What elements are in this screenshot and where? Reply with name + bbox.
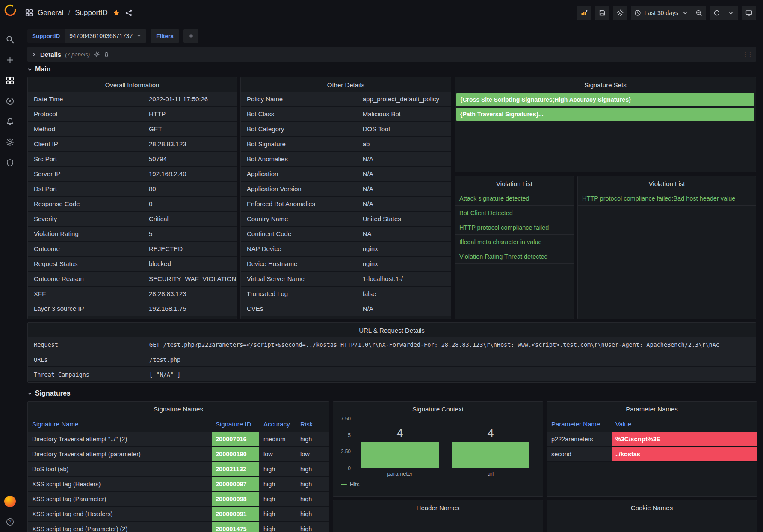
table-row: XSS script tag end (Headers) 200000091 h… [28,507,329,522]
row-value: false [363,290,451,297]
panel-title: Parameter Names [547,402,757,416]
refresh-button[interactable] [710,6,724,20]
row-label: Bot Signature [241,140,363,148]
list-item: Violation Rating Threat detected [455,249,574,264]
signatures-section-label: Signatures [35,390,71,397]
column-header-signature-name[interactable]: Signature Name [28,420,212,428]
details-row-toggle[interactable]: Details (7 panels) ⋮⋮ [27,47,756,62]
explore-compass-icon[interactable] [0,91,20,111]
column-header-accuracy[interactable]: Accuracy [259,420,296,428]
table-row: Bot Class Malicious Bot [241,107,451,122]
row-label: Outcome Reason [28,275,149,282]
alerting-bell-icon[interactable] [0,111,20,132]
details-row-panel-count: (7 panels) [65,51,90,58]
create-plus-icon[interactable] [0,50,20,70]
table-row: Request GET /test.php?p222arameters=</sc… [28,337,756,352]
dashboard-canvas: Details (7 panels) ⋮⋮ Main Overall Infor… [20,46,763,532]
row-value: 192.168.2.40 [149,170,237,177]
panel-title: Violation List [455,176,574,191]
row-label: Policy Name [241,95,363,103]
column-header-signature-id[interactable]: Signature ID [212,420,259,428]
hits-bar-url[interactable] [452,442,529,468]
accuracy-cell: high [259,477,296,491]
row-value: 1-localhost:1-/ [363,275,451,282]
time-range-picker[interactable]: Last 30 days [631,6,692,20]
violation-link[interactable]: HTTP protocol compliance failed:Bad host… [582,195,735,202]
violation-link[interactable]: HTTP protocol compliance failed [459,224,549,231]
table-row: Country Name United States [241,212,451,227]
violation-link[interactable]: Bot Client Detected [459,210,513,216]
violation-link[interactable]: Attack signature detected [459,195,529,202]
violation-link[interactable]: Illegal meta character in value [459,239,542,245]
configuration-gear-icon[interactable] [0,132,20,152]
favorite-star-icon[interactable] [112,9,120,17]
row-label: Violation Rating [28,230,149,237]
save-dashboard-button[interactable] [595,6,609,20]
row-label: Enforced Bot Anomalies [241,200,363,207]
row-value: [ "N/A" ] [149,371,756,378]
column-header-risk[interactable]: Risk [296,420,329,428]
legend-label: Hits [350,481,359,488]
parameter-name-cell: second [547,447,612,461]
refresh-interval-dropdown[interactable] [724,6,738,20]
row-value: nginx [363,245,451,252]
filters-button[interactable]: Filters [151,29,179,43]
panel-title: URL & Request Details [28,323,756,337]
overall-info-table: Date Time 2022-01-11 17:50:26 Protocol H… [28,92,237,316]
gear-icon [617,9,624,16]
zoom-out-icon [695,9,702,16]
row-value: Critical [149,215,237,222]
table-row: Date Time 2022-01-11 17:50:26 [28,92,237,107]
table-row: XFF 28.28.83.123 [28,287,237,301]
cycle-view-mode-button[interactable] [742,6,756,20]
row-delete-trash-icon[interactable] [104,51,109,57]
signature-id-cell: 200000098 [212,492,259,506]
row-label: Response Code [28,200,149,207]
violation-link[interactable]: Violation Rating Threat detected [459,253,548,260]
row-value: SECURITY_WAF_VIOLATION [149,275,237,282]
row-settings-gear-icon[interactable] [94,51,100,57]
share-icon[interactable] [125,9,133,17]
table-row: Protocol HTTP [28,107,237,122]
table-row: second ../kostas [547,447,757,462]
panel-title: Header Names [333,500,543,515]
add-filter-button[interactable] [183,29,198,43]
dashboards-grid-icon[interactable] [0,70,20,91]
user-avatar[interactable] [0,491,20,511]
breadcrumb-dashboard-title[interactable]: SupportID [75,9,108,17]
grafana-logo[interactable] [3,3,17,17]
signature-set-bar[interactable]: {Cross Site Scripting Signatures;High Ac… [456,93,754,106]
risk-cell: high [296,522,329,532]
table-row: CVEs N/A [241,301,451,316]
main-section-toggle[interactable]: Main [27,63,756,76]
row-value: 0 [149,200,237,207]
help-icon[interactable]: ? [0,511,20,532]
column-header-value[interactable]: Value [612,420,757,428]
breadcrumb-folder[interactable]: General [38,9,63,17]
row-label: XFF [28,290,149,297]
column-header-parameter-name[interactable]: Parameter Name [547,420,612,428]
signature-set-bar[interactable]: {Path Traversal Signatures}... [456,108,754,121]
variable-value-dropdown[interactable]: 9470643610636871737 [65,29,146,43]
signatures-section-toggle[interactable]: Signatures [27,387,756,400]
zoom-out-time-button[interactable] [692,6,706,20]
server-admin-shield-icon[interactable] [0,152,20,173]
chevron-right-icon [32,52,36,57]
sidebar: ? [0,0,20,532]
signature-set-text: {Path Traversal Signatures}... [460,111,544,118]
table-row: XSS script tag (Parameter) 200000098 hig… [28,492,329,507]
x-axis-label: url [445,470,536,477]
add-panel-button[interactable] [577,6,591,20]
drag-handle[interactable]: ⋮⋮ [742,51,752,58]
chart-legend-hits[interactable]: Hits [341,481,543,488]
table-row: Severity Critical [28,212,237,227]
hits-bar-parameter[interactable] [361,442,439,468]
signature-names-panel: Signature Names Signature Name Signature… [27,401,329,532]
search-icon[interactable] [0,29,20,50]
x-axis-labels: parameterurl [355,470,536,477]
row-label: Request Status [28,260,149,267]
row-label: Src Port [28,155,149,163]
row-value: nginx [363,260,451,267]
dashboard-settings-button[interactable] [613,6,627,20]
signature-id-cell: 200021132 [212,462,259,476]
